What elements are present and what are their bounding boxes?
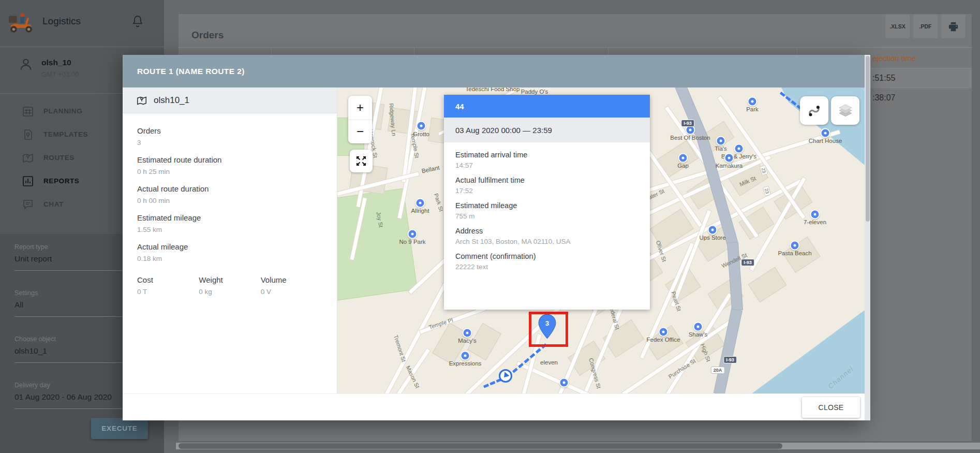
route-shape-icon xyxy=(807,103,822,119)
unit-strip: olsh10_1 xyxy=(123,87,337,113)
map-label: Ups Store xyxy=(699,235,725,241)
user-icon xyxy=(19,57,33,71)
modal-footer: CLOSE xyxy=(123,393,865,420)
order-number-header: 44 xyxy=(444,95,650,118)
modal-scrollbar-thumb[interactable] xyxy=(866,56,870,222)
sidebar-item-label: REPORTS xyxy=(43,177,79,185)
user-timezone: GMT +03:00 xyxy=(41,70,79,78)
column-separator xyxy=(608,47,608,55)
popup-field-address: AddressArch St 103, Boston, MA 02110, US… xyxy=(455,227,639,245)
template-icon xyxy=(22,128,34,141)
print-button[interactable] xyxy=(941,14,966,38)
zoom-control: + − xyxy=(348,96,372,143)
order-popup: 44 03 Aug 2020 00:00 — 23:59 Estimated a… xyxy=(444,95,650,310)
export--pdf-button[interactable]: .PDF xyxy=(913,14,938,38)
map-label: Allright xyxy=(411,208,429,214)
page-title: Orders xyxy=(191,30,224,41)
table-row[interactable]: :38:07 xyxy=(870,87,972,107)
popup-field-label: Comment (confirmation) xyxy=(455,252,639,260)
route-stats: Orders3Estimated route duration0 h 25 mi… xyxy=(123,113,337,263)
modal-scrollbar[interactable] xyxy=(865,55,870,420)
popup-field-value: 755 m xyxy=(455,212,639,220)
route-shape-button[interactable] xyxy=(800,96,828,125)
popup-field-value: Arch St 103, Boston, MA 02110, USA xyxy=(455,238,639,245)
stat-value: 1.55 km xyxy=(137,225,322,234)
map-label: Expressions xyxy=(449,360,482,367)
poi-icon xyxy=(408,229,418,239)
poi-icon xyxy=(810,210,820,220)
fullscreen-button[interactable] xyxy=(350,150,373,172)
map-label: Tia's xyxy=(715,145,727,152)
modal-title: ROUTE 1 (NAME ROUTE 2) xyxy=(123,55,865,87)
printer-icon xyxy=(947,21,959,33)
road-shield: 20A xyxy=(711,367,725,374)
user-name: olsh_10 xyxy=(41,58,71,67)
stat-actual-mileage: Actual mileage0.18 km xyxy=(137,242,322,263)
map[interactable]: Tedeschi Food ShopGrottoRidgeway LnHanco… xyxy=(337,87,865,394)
popup-field-value: 14:57 xyxy=(455,162,639,169)
fullscreen-icon xyxy=(355,155,367,167)
column-separator xyxy=(414,47,414,55)
cost-weight-volume: Cost0 TWeight0 kgVolume0 V xyxy=(123,271,337,296)
brand-row: Logistics xyxy=(0,0,164,47)
stat-label: Actual route duration xyxy=(137,184,322,194)
zoom-out-button[interactable]: − xyxy=(348,120,372,144)
road-shield: I-93 xyxy=(741,259,754,266)
stat-label: Volume xyxy=(261,275,322,285)
brand-name: Logistics xyxy=(42,16,81,27)
stat-label: Orders xyxy=(137,126,322,136)
stat-estimated-mileage: Estimated mileage1.55 km xyxy=(137,213,322,234)
popup-field-comment-confirmation-: Comment (confirmation)22222 text xyxy=(455,252,639,271)
column-separator xyxy=(271,47,272,55)
layers-button[interactable] xyxy=(831,96,859,125)
stat-value: 0.18 km xyxy=(137,254,322,263)
table-header-border xyxy=(179,47,972,48)
export--xlsx-button[interactable]: .XLSX xyxy=(885,14,910,38)
poi-icon xyxy=(559,378,569,388)
map-label: Pasta Beach xyxy=(778,250,811,256)
popup-field-label: Address xyxy=(455,227,639,235)
sidebar-item-label: TEMPLATES xyxy=(43,130,88,138)
bell-icon[interactable] xyxy=(131,14,144,28)
order-fields: Estimated arrival time14:57Actual fulfil… xyxy=(444,142,650,271)
close-button[interactable]: CLOSE xyxy=(802,397,860,418)
map-label: No 9 Park xyxy=(399,239,425,245)
order-marker[interactable]: 3 xyxy=(538,314,557,340)
horizontal-scrollbar[interactable] xyxy=(176,443,980,449)
chat-icon xyxy=(22,198,34,211)
poi-icon xyxy=(748,97,758,107)
scrollbar-thumb[interactable] xyxy=(179,443,782,449)
poi-icon xyxy=(463,328,472,338)
execute-button[interactable]: EXECUTE xyxy=(91,418,148,439)
map-label: eleven xyxy=(540,359,558,366)
poi-icon xyxy=(790,241,800,251)
route-details-modal: ROUTE 1 (NAME ROUTE 2) olsh10_1 Orders3E… xyxy=(123,55,865,420)
routes-icon xyxy=(22,152,34,164)
road-shield: I-93 xyxy=(723,356,737,363)
map-label: Bellant xyxy=(421,164,440,174)
stat-value: 0 V xyxy=(261,287,322,296)
poi-icon xyxy=(461,351,470,361)
map-label: 23 xyxy=(763,186,771,197)
poi-icon xyxy=(716,136,726,146)
stat-actual-route-duration: Actual route duration0 h 00 min xyxy=(137,184,322,205)
order-interval: 03 Aug 2020 00:00 — 23:59 xyxy=(444,118,650,142)
map-label: Shaw's xyxy=(689,331,708,338)
popup-field-label: Actual fulfilment time xyxy=(455,176,639,184)
map-pin-icon xyxy=(136,95,147,106)
column-header-ejection-time: ejection time xyxy=(872,54,916,63)
popup-field-estimated-arrival-time: Estimated arrival time14:57 xyxy=(455,151,639,169)
poi-icon xyxy=(417,121,426,131)
map-label: Park xyxy=(746,106,759,112)
map-label: Kamakura xyxy=(716,163,743,169)
unit-name: olsh10_1 xyxy=(154,95,189,106)
popup-field-label: Estimated arrival time xyxy=(455,151,639,159)
popup-pointer xyxy=(537,302,550,309)
table-row[interactable]: :51:55 xyxy=(870,68,972,87)
route-summary-panel: olsh10_1 Orders3Estimated route duration… xyxy=(123,87,337,394)
zoom-in-button[interactable]: + xyxy=(348,96,372,120)
stat-label: Weight xyxy=(199,275,260,285)
layers-icon xyxy=(837,103,854,119)
stat-volume: Volume0 V xyxy=(261,275,322,296)
stat-label: Estimated mileage xyxy=(137,213,322,223)
